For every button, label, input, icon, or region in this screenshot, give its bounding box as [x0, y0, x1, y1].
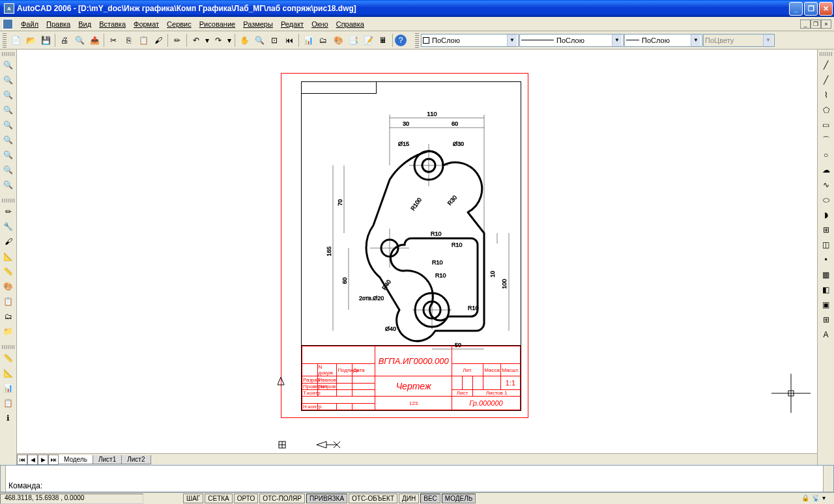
tray-comm-icon[interactable]: 📡	[812, 494, 821, 503]
cmdline-scrollbar[interactable]	[823, 466, 833, 492]
menu-dims[interactable]: Размеры	[239, 19, 277, 29]
tab-sheet1[interactable]: Лист1	[93, 455, 122, 464]
zoom-extents-button[interactable]: 🔍	[1, 178, 16, 192]
zoom-window-button[interactable]: 🔍	[1, 58, 16, 72]
menu-insert[interactable]: Вставка	[95, 19, 130, 29]
maximize-button[interactable]: ❐	[804, 2, 818, 16]
zoom-center-button[interactable]: 🔍	[1, 103, 16, 117]
spline-button[interactable]: ∿	[819, 178, 833, 192]
hatch-button[interactable]: ▦	[819, 268, 833, 282]
gradient-button[interactable]: ◧	[819, 283, 833, 297]
undo-button[interactable]: ↶	[189, 33, 203, 48]
menu-modify[interactable]: Редакт	[277, 19, 308, 29]
tab-sheet2[interactable]: Лист2	[121, 455, 151, 464]
revcloud-button[interactable]: ☁	[819, 163, 833, 177]
refedit7-button[interactable]: 📋	[1, 294, 16, 309]
zoom-prev-button[interactable]: ⏮	[282, 33, 296, 48]
minimize-button[interactable]: _	[789, 2, 803, 16]
refedit4-button[interactable]: 📐	[1, 249, 16, 264]
cut-button[interactable]: ✂	[106, 33, 121, 48]
pan-button[interactable]: ✋	[237, 33, 252, 48]
toolbar-grip[interactable]	[2, 52, 15, 56]
block-editor-button[interactable]: ✏	[170, 33, 184, 48]
publish-button[interactable]: 📤	[87, 33, 102, 48]
color-dropdown[interactable]: ПоСлою ▼	[421, 34, 519, 47]
markup-button[interactable]: 📝	[361, 33, 375, 48]
linetype-dropdown[interactable]: ПоСлою ▼	[519, 34, 624, 47]
circle-button[interactable]: ○	[819, 148, 833, 162]
calc-button[interactable]: 🖩	[376, 33, 390, 48]
mtext-button[interactable]: A	[819, 328, 833, 342]
tab-prev[interactable]: ◀	[27, 455, 38, 465]
mdi-close[interactable]: ×	[821, 20, 831, 29]
copy-button[interactable]: ⎘	[121, 33, 136, 48]
coords-display[interactable]: 468.3118, 15.6938 , 0.0000	[0, 494, 143, 504]
zoom-in-button[interactable]: 🔍	[1, 133, 16, 147]
sheetset-button[interactable]: 📑	[346, 33, 360, 48]
line-button[interactable]: ╱	[819, 58, 833, 72]
refedit-button[interactable]: ✏	[1, 204, 16, 219]
zoom-all-button[interactable]: 🔍	[1, 163, 16, 177]
block-button[interactable]: ◫	[819, 238, 833, 252]
redo-dd[interactable]: ▾	[226, 33, 233, 48]
ortho-toggle[interactable]: ОРТО	[234, 494, 258, 503]
arc-button[interactable]: ⌒	[819, 133, 833, 147]
mdi-minimize[interactable]: _	[800, 20, 811, 29]
zoom-dynamic-button[interactable]: 🔍	[1, 73, 16, 87]
redo-button[interactable]: ↷	[211, 33, 225, 48]
region-button[interactable]: ▣	[819, 298, 833, 312]
doc-icon[interactable]	[3, 19, 13, 29]
refedit9-button[interactable]: 📁	[1, 324, 16, 339]
command-prompt[interactable]: Команда:	[6, 466, 823, 492]
tab-first[interactable]: ⏮	[17, 455, 27, 465]
drawing-canvas[interactable]: 110 30 60 Ø15 Ø30 R100 R30	[17, 49, 817, 465]
mdi-restore[interactable]: ❐	[811, 20, 821, 29]
toolbar-grip[interactable]	[3, 33, 7, 48]
zoom-object-button[interactable]: 🔍	[1, 118, 16, 132]
ellipsearc-button[interactable]: ◗	[819, 208, 833, 222]
grid-toggle[interactable]: СЕТКА	[205, 494, 233, 503]
inquiry1-button[interactable]: 📏	[1, 351, 16, 365]
undo-dd[interactable]: ▾	[204, 33, 210, 48]
tab-model[interactable]: Модель	[58, 455, 93, 464]
zoom-win-button[interactable]: ⊡	[267, 33, 281, 48]
menu-format[interactable]: Формат	[130, 19, 163, 29]
menu-file[interactable]: Файл	[17, 19, 42, 29]
open-button[interactable]: 📂	[23, 33, 38, 48]
toolpalettes-button[interactable]: 🎨	[331, 33, 345, 48]
dyn-toggle[interactable]: ДИН	[399, 494, 419, 503]
pline-button[interactable]: ⌇	[819, 88, 833, 102]
osnap-toggle[interactable]: ПРИВЯЗКА	[306, 494, 347, 503]
inquiry2-button[interactable]: 📐	[1, 366, 16, 380]
refedit5-button[interactable]: 📏	[1, 264, 16, 279]
toolbar-grip[interactable]	[2, 345, 15, 349]
preview-button[interactable]: 🔍	[72, 33, 87, 48]
save-button[interactable]: 💾	[38, 33, 53, 48]
print-button[interactable]: 🖨	[57, 33, 72, 48]
help-button[interactable]: ?	[395, 35, 407, 46]
menu-window[interactable]: Окно	[308, 19, 332, 29]
menu-edit[interactable]: Правка	[42, 19, 74, 29]
lineweight-dropdown[interactable]: ПоСлою ▼	[624, 34, 702, 47]
zoom-out-button[interactable]: 🔍	[1, 148, 16, 162]
model-toggle[interactable]: МОДЕЛЬ	[442, 494, 476, 503]
matchprop-button[interactable]: 🖌	[151, 33, 165, 48]
cmdline-grip[interactable]	[1, 466, 6, 492]
point-button[interactable]: •	[819, 253, 833, 267]
inquiry5-button[interactable]: ℹ	[1, 411, 16, 425]
refedit6-button[interactable]: 🎨	[1, 279, 16, 294]
props-grip[interactable]	[415, 33, 419, 48]
zoom-scale-button[interactable]: 🔍	[1, 88, 16, 102]
ellipse-button[interactable]: ⬭	[819, 193, 833, 207]
refedit3-button[interactable]: 🖌	[1, 234, 16, 249]
new-button[interactable]: 📄	[8, 33, 23, 48]
menu-service[interactable]: Сервис	[163, 19, 195, 29]
otrack-toggle[interactable]: ОТС-ОБЪЕКТ	[349, 494, 397, 503]
menu-view[interactable]: Вид	[74, 19, 95, 29]
rectangle-button[interactable]: ▭	[819, 118, 833, 132]
inquiry4-button[interactable]: 📋	[1, 396, 16, 410]
paste-button[interactable]: 📋	[136, 33, 151, 48]
toolbar-grip[interactable]	[820, 52, 833, 56]
properties-button[interactable]: 📊	[301, 33, 315, 48]
close-button[interactable]: ✕	[819, 2, 833, 16]
